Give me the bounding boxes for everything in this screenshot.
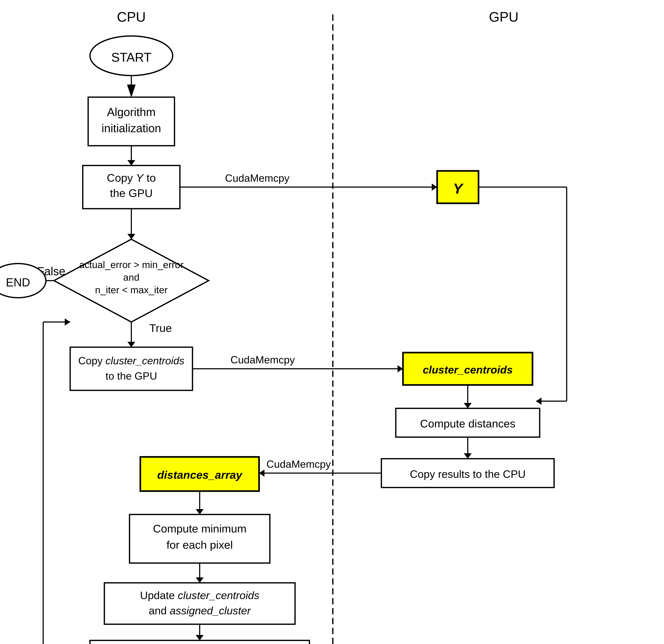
diagram-container: CPU GPU START Algorithm initialization C… [0, 0, 664, 644]
copy-y-text1: Copy Y to [107, 172, 156, 184]
cudamemcpy-y-label: CudaMemcpy [225, 172, 289, 184]
compute-minimum-text2: for each pixel [167, 539, 233, 551]
copy-centroids-text1: Copy cluster_centroids [78, 355, 184, 367]
compute-minimum-text1: Compute minimum [153, 522, 246, 535]
cudamemcpy-distances-label: CudaMemcpy [266, 458, 331, 470]
update-centroids-text1: Update cluster_centroids [140, 589, 260, 601]
cudamemcpy-centroids-label: CudaMemcpy [230, 354, 295, 366]
algo-init-text2: initialization [102, 122, 161, 135]
update-centroids-text2: and assigned_cluster [149, 605, 251, 617]
update-error-rect [90, 640, 309, 644]
condition-text2: and [123, 272, 140, 283]
compute-distances-text: Compute distances [420, 417, 516, 430]
y-gpu-text: Y [453, 181, 464, 196]
algo-init-rect [88, 97, 174, 146]
start-text: START [111, 50, 151, 64]
cpu-label: CPU [117, 9, 146, 24]
flowchart-overlay: CPU GPU START Algorithm initialization C… [0, 0, 664, 644]
copy-centroids-rect [70, 347, 192, 390]
copy-centroids-text2: to the GPU [106, 370, 157, 382]
copy-y-text2: the GPU [110, 187, 153, 199]
update-centroids-rect [104, 583, 295, 624]
condition-text3: n_iter < max_iter [95, 285, 168, 295]
condition-text1: actual_error > min_error [79, 259, 184, 270]
algo-init-text1: Algorithm [107, 106, 155, 119]
copy-results-text: Copy results to the CPU [410, 468, 526, 480]
gpu-label: GPU [489, 9, 519, 24]
true-label: True [149, 322, 172, 334]
cluster-centroids-text: cluster_centroids [423, 364, 513, 376]
distances-array-text: distances_array [157, 469, 243, 481]
end-text: END [6, 276, 30, 289]
